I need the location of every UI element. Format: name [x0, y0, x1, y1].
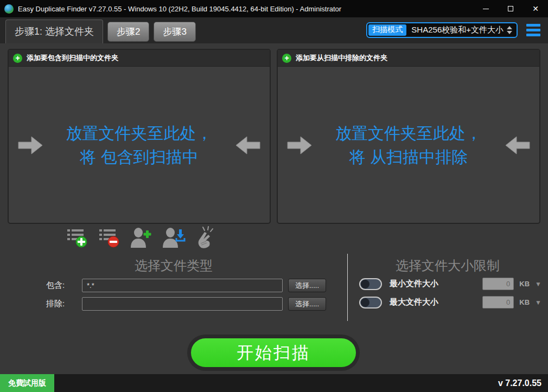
- arrow-left-icon: [235, 135, 261, 156]
- min-size-unit: KB: [519, 280, 530, 288]
- include-drop-line1: 放置文件夹至此处，: [66, 124, 213, 142]
- exclude-filetype-choose-button[interactable]: 选择.....: [288, 297, 326, 311]
- spinner-arrows-icon[interactable]: [507, 26, 515, 34]
- include-panel-header: + 添加要包含到扫描中的文件夹: [9, 50, 270, 67]
- max-size-input[interactable]: [482, 296, 514, 309]
- maximize-button[interactable]: [498, 0, 523, 17]
- include-drop-hint: 放置文件夹至此处， 将 包含到扫描中: [43, 121, 235, 169]
- toggle-knob: [361, 280, 369, 288]
- tab-step3[interactable]: 步骤3: [154, 22, 195, 42]
- spin-up-icon: [507, 26, 512, 29]
- remove-from-list-icon[interactable]: [97, 226, 122, 249]
- window-title: Easy Duplicate Finder v7.27.0.55 - Windo…: [18, 5, 341, 13]
- exclude-drop-line2: 将 从扫描中排除: [349, 148, 468, 166]
- max-size-toggle[interactable]: [359, 297, 382, 309]
- menu-icon[interactable]: [525, 23, 541, 37]
- start-scan-button[interactable]: 开始扫描: [191, 338, 356, 367]
- status-bar: 免費試用版 v 7.27.0.55: [0, 374, 548, 392]
- include-drop-zone[interactable]: 放置文件夹至此处， 将 包含到扫描中: [9, 67, 270, 223]
- min-size-input[interactable]: [482, 278, 514, 290]
- trial-version-badge[interactable]: 免費試用版: [0, 374, 54, 392]
- scan-mode-select[interactable]: 扫描模式 SHA256校验和+文件大小: [366, 22, 518, 38]
- add-to-list-icon[interactable]: [65, 226, 90, 249]
- include-filetype-row: 包含: 选择.....: [46, 279, 326, 292]
- minimize-icon: [483, 9, 489, 9]
- min-size-unit-dropdown-icon[interactable]: ▼: [535, 280, 541, 288]
- max-size-unit: KB: [519, 298, 530, 306]
- scan-mode-value: SHA256校验和+文件大小: [406, 25, 507, 35]
- step-tabs: 步骤1: 选择文件夹 步骤2 步骤3: [5, 20, 196, 43]
- add-exclude-folder-icon[interactable]: +: [282, 54, 291, 63]
- arrow-right-icon: [286, 135, 313, 156]
- file-size-heading: 选择文件大小限制: [347, 257, 548, 274]
- version-label: v 7.27.0.55: [498, 378, 548, 388]
- include-drop-line2: 将 包含到扫描中: [80, 148, 198, 166]
- load-profile-icon[interactable]: [161, 226, 186, 249]
- folder-list-toolbar: [65, 226, 218, 249]
- arrow-left-icon: [505, 135, 531, 156]
- include-filetype-input[interactable]: [82, 279, 283, 292]
- min-size-label: 最小文件大小: [390, 279, 438, 289]
- min-size-toggle[interactable]: [359, 278, 382, 290]
- add-profile-icon[interactable]: [129, 226, 154, 249]
- exclude-drop-hint: 放置文件夹至此处， 将 从扫描中排除: [313, 121, 505, 169]
- tab-strip: 步骤1: 选择文件夹 步骤2 步骤3 扫描模式 SHA256校验和+文件大小: [0, 17, 548, 43]
- window-controls: ✕: [473, 0, 548, 17]
- arrow-right-icon: [17, 135, 43, 156]
- include-filetype-choose-button[interactable]: 选择.....: [288, 279, 326, 292]
- tab-step2[interactable]: 步骤2: [107, 22, 149, 42]
- snap-fingers-icon[interactable]: [193, 226, 218, 249]
- exclude-panel-header: + 添加要从扫描中排除的文件夹: [278, 50, 539, 67]
- add-include-folder-icon[interactable]: +: [13, 54, 22, 63]
- maximize-icon: [508, 6, 513, 11]
- exclude-drop-zone[interactable]: 放置文件夹至此处， 将 从扫描中排除: [278, 67, 539, 223]
- tab-step1-select-folders[interactable]: 步骤1: 选择文件夹: [5, 20, 103, 43]
- scan-mode-label: 扫描模式: [368, 24, 406, 36]
- close-button[interactable]: ✕: [523, 0, 548, 17]
- app-window: Easy Duplicate Finder v7.27.0.55 - Windo…: [0, 0, 548, 392]
- minimize-button[interactable]: [473, 0, 498, 17]
- exclude-drop-line1: 放置文件夹至此处，: [335, 124, 482, 142]
- tab-strip-right: 扫描模式 SHA256校验和+文件大小: [366, 22, 541, 38]
- include-panel-title: 添加要包含到扫描中的文件夹: [27, 53, 118, 63]
- exclude-filetype-input[interactable]: [82, 297, 283, 311]
- file-type-heading: 选择文件类型: [0, 257, 347, 274]
- title-bar: Easy Duplicate Finder v7.27.0.55 - Windo…: [0, 0, 548, 17]
- toggle-knob: [361, 298, 369, 307]
- start-scan-button-frame: 开始扫描: [187, 335, 360, 371]
- app-logo-icon: [4, 4, 14, 14]
- exclude-filetype-label: 排除:: [46, 299, 72, 309]
- max-file-size-row: 最大文件大小 KB ▼: [359, 296, 541, 309]
- spin-down-icon: [507, 31, 512, 34]
- max-size-label: 最大文件大小: [390, 297, 438, 307]
- include-filetype-label: 包含:: [46, 280, 72, 291]
- min-file-size-row: 最小文件大小 KB ▼: [359, 278, 541, 290]
- exclude-filetype-row: 排除: 选择.....: [46, 297, 326, 311]
- include-folders-panel: + 添加要包含到扫描中的文件夹 放置文件夹至此处， 将 包含到扫描中: [8, 49, 271, 224]
- exclude-folders-panel: + 添加要从扫描中排除的文件夹 放置文件夹至此处， 将 从扫描中排除: [277, 49, 540, 224]
- exclude-panel-title: 添加要从扫描中排除的文件夹: [296, 53, 387, 63]
- max-size-unit-dropdown-icon[interactable]: ▼: [535, 299, 541, 306]
